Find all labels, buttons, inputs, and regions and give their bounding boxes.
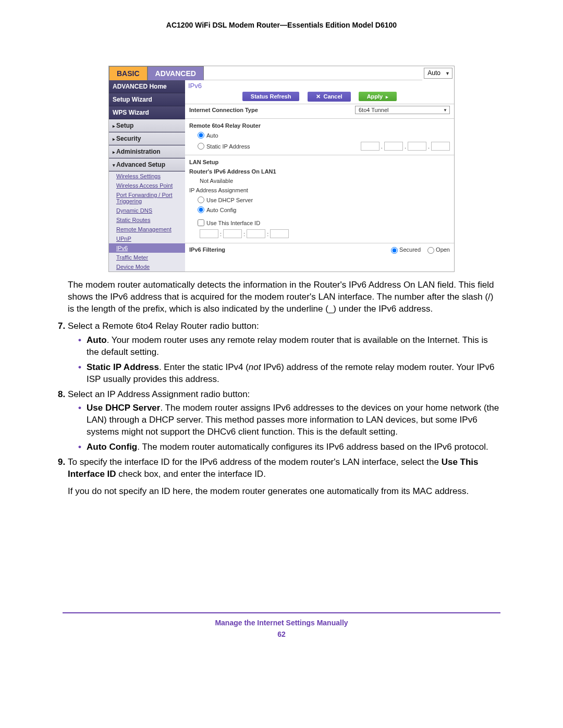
relay-static-label: Static IP Address	[206, 143, 361, 150]
step-7-static: Static IP Address. Enter the static IPv4…	[78, 362, 500, 386]
sidebar-sub-device-mode[interactable]: Device Mode	[109, 262, 185, 272]
iface-seg-1[interactable]	[200, 229, 218, 238]
assign-autoconfig-label: Auto Config	[206, 207, 236, 213]
static-ip-inputs: . . .	[361, 142, 450, 151]
step-8-autoconfig: Auto Config. The modem router automatica…	[78, 441, 500, 453]
use-interface-id-label: Use This Interface ID	[206, 220, 260, 226]
chevron-down-icon: ▼	[445, 71, 450, 76]
footer-section: Manage the Internet Settings Manually	[63, 619, 500, 627]
sidebar-sub-upnp[interactable]: UPnP	[109, 234, 185, 243]
relay-auto-radio[interactable]	[198, 132, 204, 139]
language-select[interactable]: Auto ▼	[424, 68, 452, 79]
sidebar-sub-static-routes[interactable]: Static Routes	[109, 215, 185, 225]
document-header: AC1200 WiFi DSL Modem Router—Essentials …	[63, 21, 500, 29]
sidebar-sub-wap[interactable]: Wireless Access Point	[109, 181, 185, 190]
sidebar-item-advanced-setup[interactable]: ▾Advanced Setup	[109, 158, 185, 171]
lan-addr-value: Not Available	[200, 178, 233, 184]
sidebar: ADVANCED Home Setup Wizard WPS Wizard ▸S…	[109, 80, 185, 272]
caret-right-icon: ▸	[113, 137, 115, 142]
step-8-dhcp: Use DHCP Server. The modem router assign…	[78, 402, 500, 438]
apply-button[interactable]: Apply▸	[359, 92, 397, 101]
sidebar-sub-port-forwarding[interactable]: Port Forwarding / Port Triggering	[109, 190, 185, 206]
lan-setup-header: LAN Setup	[189, 159, 450, 165]
relay-auto-label: Auto	[206, 132, 218, 139]
content-title: IPv6	[185, 80, 454, 90]
cancel-button[interactable]: ✕Cancel	[308, 92, 351, 102]
ip-octet-1[interactable]	[361, 142, 380, 151]
assign-dhcp-radio[interactable]	[198, 196, 204, 203]
ip-octet-3[interactable]	[408, 142, 426, 151]
sidebar-item-administration[interactable]: ▸Administration	[109, 145, 185, 158]
filter-secured-label: Secured	[399, 246, 421, 253]
instruction-list: Select a Remote 6to4 Relay Router radio …	[63, 320, 500, 498]
sidebar-item-advanced-home[interactable]: ADVANCED Home	[109, 80, 185, 93]
tab-advanced[interactable]: ADVANCED	[148, 66, 204, 80]
caret-down-icon: ▾	[113, 163, 115, 168]
iface-seg-2[interactable]	[223, 229, 242, 238]
paragraph-intro: The modem router automatically detects t…	[68, 279, 500, 315]
ict-label: Internet Connection Type	[189, 107, 355, 113]
page-footer: Manage the Internet Settings Manually 62	[63, 612, 500, 638]
filter-open-radio[interactable]	[427, 247, 434, 254]
iface-seg-3[interactable]	[247, 229, 265, 238]
caret-right-icon: ▸	[386, 94, 388, 100]
sidebar-sub-ddns[interactable]: Dynamic DNS	[109, 206, 185, 215]
sidebar-item-security[interactable]: ▸Security	[109, 132, 185, 145]
ip-octet-2[interactable]	[384, 142, 403, 151]
chevron-down-icon: ▼	[443, 108, 447, 113]
step-8: Select an IP Address Assignment radio bu…	[68, 389, 500, 454]
router-ui-screenshot: BASIC ADVANCED Auto ▼ ADVANCED Home Setu…	[108, 66, 455, 272]
ipv6-filter-label: IPv6 Filtering	[189, 246, 388, 253]
content-panel: IPv6 Status Refresh ✕Cancel Apply▸ Inter…	[185, 80, 454, 272]
use-interface-id-checkbox[interactable]	[198, 219, 204, 226]
interface-id-inputs: : : :	[200, 229, 289, 238]
footer-page-number: 62	[63, 630, 500, 638]
lan-addr-label: Router's IPv6 Address On LAN1	[189, 168, 450, 175]
iface-seg-4[interactable]	[270, 229, 289, 238]
sidebar-item-setup-wizard[interactable]: Setup Wizard	[109, 93, 185, 106]
assign-autoconfig-radio[interactable]	[198, 206, 204, 213]
caret-right-icon: ▸	[113, 124, 115, 129]
ip-octet-4[interactable]	[431, 142, 450, 151]
close-icon: ✕	[316, 93, 321, 100]
filter-open-label: Open	[436, 246, 450, 253]
relay-static-radio[interactable]	[198, 143, 204, 150]
sidebar-sub-wireless-settings[interactable]: Wireless Settings	[109, 171, 185, 181]
relay-header: Remote 6to4 Relay Router	[189, 122, 450, 129]
sidebar-item-wps-wizard[interactable]: WPS Wizard	[109, 106, 185, 119]
ip-assign-label: IP Address Assignment	[189, 187, 450, 193]
step-9-followup: If you do not specify an ID here, the mo…	[68, 486, 500, 498]
ict-select[interactable]: 6to4 Tunnel ▼	[355, 106, 450, 114]
filter-secured-radio[interactable]	[391, 247, 398, 254]
internet-connection-type-row: Internet Connection Type 6to4 Tunnel ▼	[185, 104, 454, 119]
sidebar-item-setup[interactable]: ▸Setup	[109, 119, 185, 132]
step-9: To specify the interface ID for the IPv6…	[68, 456, 500, 498]
tab-basic[interactable]: BASIC	[109, 66, 148, 80]
status-refresh-button[interactable]: Status Refresh	[242, 92, 300, 101]
sidebar-sub-traffic[interactable]: Traffic Meter	[109, 253, 185, 262]
step-7: Select a Remote 6to4 Relay Router radio …	[68, 320, 500, 386]
sidebar-sub-remote-mgmt[interactable]: Remote Management	[109, 225, 185, 234]
assign-dhcp-label: Use DHCP Server	[206, 197, 253, 203]
sidebar-sub-ipv6[interactable]: IPv6	[109, 243, 185, 253]
step-7-auto: Auto. Your modem router uses any remote …	[78, 335, 500, 359]
caret-right-icon: ▸	[113, 150, 115, 155]
language-select-value: Auto	[427, 69, 440, 77]
